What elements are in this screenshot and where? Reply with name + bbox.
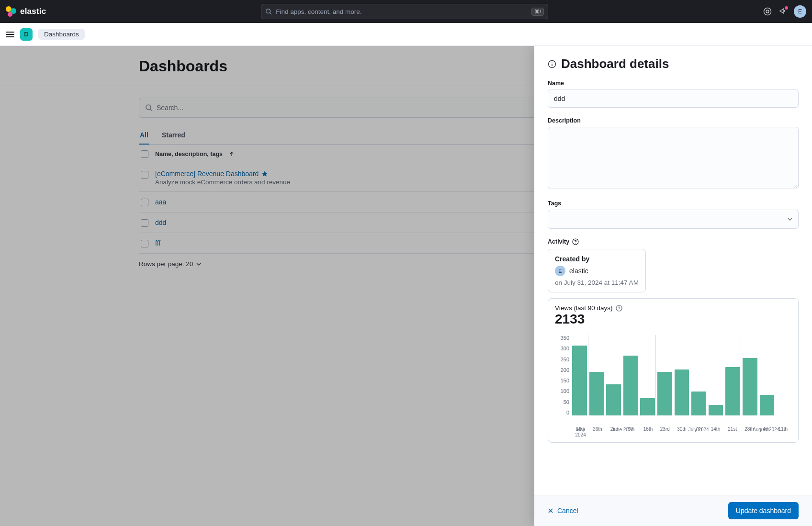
divider [555, 330, 791, 330]
nav-toggle-button[interactable] [6, 32, 14, 37]
news-icon[interactable] [778, 7, 787, 16]
global-header: elastic Find apps, content, and more. ⌘/… [0, 0, 812, 23]
global-search[interactable]: Find apps, content, and more. ⌘/ [261, 4, 548, 19]
chart-bar [640, 398, 655, 415]
created-timestamp: on July 31, 2024 at 11:47 AM [555, 279, 639, 286]
details-flyout: Dashboard details Name Description Tags … [534, 46, 812, 526]
y-tick: 50 [564, 399, 569, 405]
created-by-card: Created by E elastic on July 31, 2024 at… [548, 249, 646, 292]
chart-bar [725, 367, 740, 415]
chart-bar [675, 369, 689, 415]
svg-point-0 [266, 9, 271, 13]
y-tick: 100 [561, 388, 569, 394]
user-avatar[interactable]: E [794, 5, 806, 18]
app-badge-initial: D [24, 31, 28, 38]
creator-avatar: E [555, 266, 565, 276]
update-label: Update dashboard [736, 507, 791, 515]
chart-bar [572, 346, 587, 415]
y-tick: 350 [561, 335, 569, 341]
workspace: Dashboards Search... Name A-Z Ta All St [0, 46, 812, 526]
y-tick: 200 [561, 367, 569, 373]
y-tick: 250 [561, 357, 569, 362]
global-search-placeholder: Find apps, content, and more. [276, 8, 528, 15]
month-label: August 2024 [741, 427, 791, 437]
chart-separator [740, 335, 740, 415]
chart-bar [623, 356, 638, 415]
elastic-logo-icon [6, 6, 16, 17]
month-label: June 2024 [589, 427, 656, 437]
help-icon[interactable] [572, 238, 579, 245]
chart-bar [657, 372, 672, 415]
views-label: Views (last 90 days) [555, 304, 613, 312]
cancel-label: Cancel [557, 507, 578, 515]
creator-name: elastic [569, 267, 588, 275]
y-tick: 300 [561, 346, 569, 351]
flyout-title: Dashboard details [561, 56, 669, 71]
chart-bar [743, 358, 757, 415]
month-label: July 2024 [656, 427, 741, 437]
help-icon[interactable] [616, 305, 622, 312]
month-label: May 2024 [572, 427, 589, 437]
flyout-footer: Cancel Update dashboard [534, 495, 812, 526]
chart-bar [606, 384, 621, 415]
global-search-kbd: ⌘/ [531, 8, 544, 16]
app-badge[interactable]: D [20, 28, 33, 41]
svg-point-3 [766, 10, 769, 13]
views-total: 2133 [555, 312, 791, 327]
name-label: Name [548, 80, 799, 87]
cancel-button[interactable]: Cancel [548, 507, 578, 515]
chart-bar [589, 372, 604, 415]
flyout-body: Dashboard details Name Description Tags … [534, 46, 812, 495]
chart-separator [655, 335, 656, 415]
header-right: E [763, 5, 806, 18]
description-input[interactable] [548, 127, 799, 189]
help-icon[interactable] [763, 7, 772, 16]
svg-point-2 [764, 8, 771, 15]
views-chart: 350300250200150100500 19th26th2nd9th16th… [555, 335, 791, 426]
chart-plot: 19th26th2nd9th16th23rd30th7th14th21st28t… [572, 335, 791, 426]
chart-y-axis: 350300250200150100500 [555, 335, 569, 415]
activity-label: Activity [548, 238, 569, 245]
creator-initial: E [558, 268, 562, 274]
brand-logo[interactable]: elastic [6, 6, 46, 17]
brand-name: elastic [20, 7, 46, 16]
svg-line-1 [270, 13, 272, 15]
info-icon [548, 60, 556, 68]
y-tick: 0 [566, 410, 569, 415]
tags-label: Tags [548, 200, 799, 207]
chart-bars [572, 335, 791, 415]
chart-bar [691, 392, 706, 415]
update-dashboard-button[interactable]: Update dashboard [728, 502, 799, 519]
global-search-wrap: Find apps, content, and more. ⌘/ [52, 4, 757, 19]
chevron-down-icon [787, 216, 793, 223]
chart-month-row: May 2024June 2024July 2024August 2024 [572, 427, 791, 437]
avatar-initial: E [798, 8, 802, 15]
chart-bar [709, 405, 723, 415]
nav-bar: D Dashboards [0, 23, 812, 46]
name-input[interactable] [548, 90, 799, 108]
chart-separator [588, 335, 588, 415]
chart-bar [760, 395, 775, 415]
views-card: Views (last 90 days) 2133 35030025020015… [548, 298, 799, 443]
tags-combobox[interactable] [548, 210, 799, 229]
y-tick: 150 [561, 378, 569, 383]
close-icon [548, 508, 553, 514]
breadcrumb[interactable]: Dashboards [38, 29, 85, 40]
search-icon [265, 8, 272, 15]
created-by-label: Created by [555, 255, 639, 263]
description-label: Description [548, 117, 799, 124]
notification-dot-icon [785, 6, 788, 10]
